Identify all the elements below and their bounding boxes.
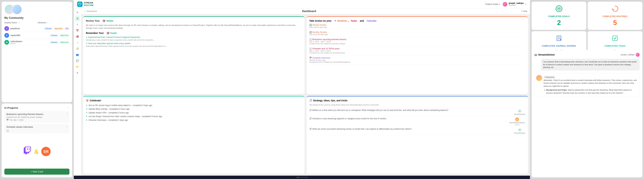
task-tiktok-meta: Mar 1, 2024 - Mar 8, 2024 [309, 50, 525, 52]
progress-card: In Progress ··· Brainstorm upcoming them… [2, 104, 72, 177]
goal-title-1: ✦ Experimental Goal: Content Format & Se… [86, 36, 302, 38]
task-interviews-sub: Created from the chatbot by HannahRebeka… [309, 61, 525, 63]
vision-card-title: Review Your 🎯 Vision [86, 20, 302, 22]
check-icon-5: ✦ [86, 119, 88, 121]
action-card-title: Take Action on your ✦ Routines , Tasks a… [309, 20, 525, 22]
member-row-1[interactable]: J joeystlouis Follower Subscriber VIP [4, 25, 70, 32]
routine-item-weekly[interactable]: 🔄 Weekly Routine Last used 8 days ago [309, 24, 525, 30]
tasks-stat-label: COMPLETED TASKS [604, 45, 626, 47]
sidebar-icon-task[interactable]: ✓ [75, 40, 80, 45]
col-attrs-header: Attributes ▽ [38, 22, 70, 24]
sidebar-icon-settings[interactable]: ⚙ [75, 10, 80, 15]
progress-dots [296, 177, 308, 178]
task-menu-2[interactable]: ⋮ [66, 125, 68, 128]
user-message: I am streamer that is interviewing other… [541, 59, 640, 70]
member-avatar-1: J [4, 26, 9, 31]
sidebar-icon-chat[interactable]: 💬 [75, 58, 80, 64]
source-name-1: StreamRoutine [514, 114, 525, 115]
dot-3 [299, 177, 300, 178]
goals-stat-label: COMPLETED GOALS [548, 15, 570, 18]
breadcrumb-dashboard[interactable]: Dashboard [87, 10, 97, 12]
task-menu-1[interactable]: ⋮ [66, 112, 68, 115]
source-avatar-1: SR [518, 109, 522, 113]
goals-icon: 🎯 [106, 32, 109, 34]
task-icon: ⬜ [6, 130, 9, 132]
badge-vip: VIP [64, 27, 70, 30]
routine-meta-monthly: Last used 36 days ago [309, 34, 525, 36]
member-badges-2: Follower Gifted Sub [50, 34, 70, 37]
advisor-icon: 🤖 [534, 53, 537, 56]
dot-7 [305, 177, 306, 178]
sidebar-icon-calendar[interactable]: 📅 [75, 28, 80, 33]
sidebar-icon-home[interactable]: ⊞ [75, 16, 80, 21]
celebrate-item-1: ✦ Get an IRL stream bag & mobile setup d… [86, 104, 302, 107]
action-card: Take Action on your ✦ Routines , Tasks a… [306, 16, 528, 94]
stat-card-routines: COMPLETED ROUTINES 5 [588, 2, 642, 30]
celebrate-item-4: ✦ List two things I learned from other c… [86, 114, 302, 118]
user-avatar [502, 2, 507, 6]
check-icon-3: ✦ [86, 112, 88, 114]
streamroutine-icon: SR [41, 147, 51, 157]
sidebar-icon-folder[interactable]: 📁 [75, 64, 80, 70]
dot-8 [307, 177, 308, 178]
task-tiktok[interactable]: 📋 Schedule next 10 TikTok posts Mar 1, 2… [309, 48, 525, 55]
member-row-3[interactable]: M mahcahwaca affiliate Follower Gifted S… [4, 39, 70, 46]
task-tiktok-sub: Created from the chatbot by StreamRoutin… [309, 52, 525, 54]
member-row-2[interactable]: R reyals1983 Follower Gifted Sub [4, 32, 70, 39]
logo-icon [77, 2, 82, 7]
task-brainstorm[interactable]: 📋 Brainstorm upcoming themed streams. Fe… [309, 38, 525, 46]
member-avatar-2: R [4, 33, 9, 38]
strategy-meta-1: SR StreamRoutine [514, 109, 525, 115]
menu-icon: ≡ [499, 3, 500, 5]
stat-card-goals: COMPLETED GOALS 2 [532, 2, 586, 30]
main-content: ⚙ ⊞ ↻ 📅 🎯 ✓ 📝 👥 💬 📁 ★ ⌂ / Dashboard Dash… [74, 8, 530, 176]
strategy-text-2: 🎵 Introduce a new streaming segment or c… [309, 118, 508, 120]
routine-item-monthly[interactable]: 🔄 Monthly Routine Last used 36 days ago [309, 31, 525, 37]
sidebar-icon-star[interactable]: ★ [75, 70, 80, 76]
task-item-2[interactable]: Schedule stream interviews ⬜ ⋮ [4, 124, 70, 134]
sidebar-icon-goals[interactable]: 🎯 [75, 34, 80, 39]
advisor-message: Professional Absolutely, I think it's an… [534, 73, 640, 97]
sidebar-icon-refresh[interactable]: ↻ [75, 22, 80, 27]
celebrate-icon: 🎉 [86, 99, 89, 102]
dot-4 [301, 177, 302, 178]
professional-badge: Professional [544, 76, 556, 79]
dot-2 [298, 177, 299, 178]
strategy-item-3: 🎵 What are some successful streaming nic… [309, 127, 525, 135]
source-role-2: affiliate [515, 124, 520, 126]
goal-item-2[interactable]: ✦ Host one subscriber special event ever… [86, 42, 302, 47]
help-button[interactable]: ? Help [522, 10, 527, 12]
new-card-button[interactable]: + New Card [4, 168, 70, 175]
badge-follower-2: Follower [50, 34, 58, 37]
app-header: STREAM ROUTINE Feature Guide ≡ joseph_ra… [74, 0, 530, 8]
badge-follower-3: Follower [50, 41, 58, 44]
sidebar-icon-community[interactable]: 👥 [75, 52, 80, 57]
stats-grid: COMPLETED GOALS 2 COMPLETED ROUTINES 5 [532, 2, 642, 49]
advisor-card: 🤖 StreamAdvisor joseph_radiope I am stre… [532, 50, 642, 177]
avatar-preview [4, 4, 70, 14]
member-name-1: joeystlouis [10, 27, 42, 30]
goals-section: Remember Your 🎯 Goals ✦ Experimental Goa… [86, 32, 302, 48]
routine-link-monthly: 🔄 Monthly Routine [309, 31, 525, 34]
task-item-1[interactable]: Brainstorm upcoming themed streams. Crea… [4, 111, 70, 123]
badge-gifted-2: Gifted Sub [59, 34, 70, 37]
task-interviews[interactable]: 📅 Schedule interviews started 28 days ag… [309, 57, 525, 64]
celebrate-item-3: ✦ Update stream VIPs - completed 4 hours… [86, 111, 302, 114]
dashboard-grid: Review Your 🎯 Vision My vision is to ins… [81, 14, 530, 176]
routine-meta-weekly: Last used 8 days ago [309, 26, 525, 28]
member-name-2: reyals1983 [10, 34, 48, 36]
feature-guide-btn[interactable]: Feature Guide ≡ [485, 3, 500, 5]
routines-stat-label: COMPLETED ROUTINES [602, 15, 628, 18]
goal-item-1[interactable]: ✦ Experimental Goal: Content Format & Se… [86, 36, 302, 41]
strategy-item-2: 🎵 Introduce a new streaming segment or c… [309, 116, 525, 127]
task-interviews-title: 📅 Schedule interviews [309, 57, 525, 59]
user-badge[interactable]: joseph_radiope Streamer ▼ [502, 2, 526, 6]
progress-header: In Progress ··· [4, 106, 70, 109]
more-options-btn[interactable]: ··· [67, 106, 70, 109]
sidebar-icon-journal[interactable]: 📝 [75, 46, 80, 51]
routines-stat-icon [611, 5, 619, 14]
col-name-header: Display Name ↕ ▽ [4, 22, 36, 24]
celebrate-item-2: ✦ Update Blerp overlay - completed 2 hou… [86, 107, 302, 111]
check-icon-4: ✦ [86, 115, 88, 118]
source-name-3: StreamRoutine [514, 132, 525, 134]
